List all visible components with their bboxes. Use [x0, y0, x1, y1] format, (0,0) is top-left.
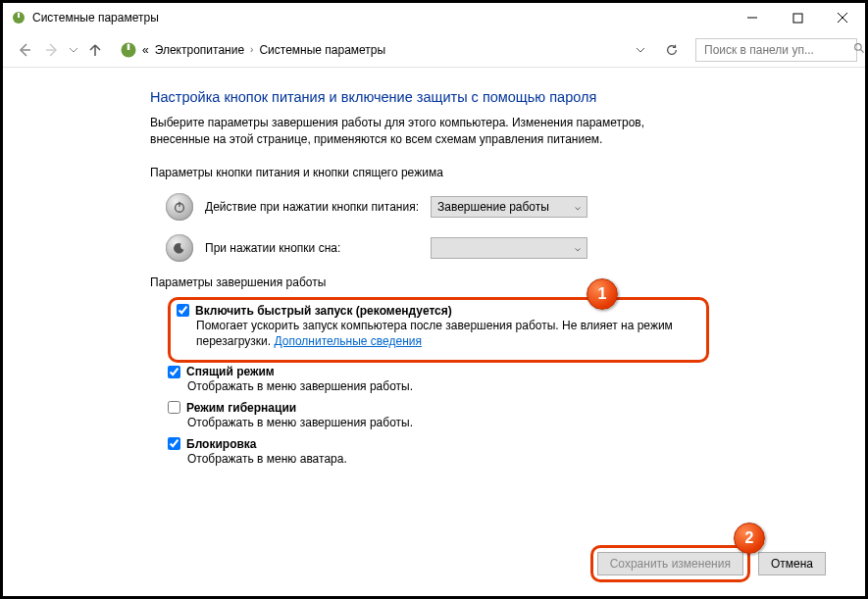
- content-area: Настройка кнопок питания и включение защ…: [3, 68, 709, 468]
- search-box[interactable]: [695, 38, 857, 62]
- svg-point-10: [855, 43, 862, 50]
- chevron-right-icon: ›: [250, 44, 253, 55]
- sleep-option: Спящий режим Отображать в меню завершени…: [168, 365, 709, 395]
- sleep-button-label: При нажатии кнопки сна:: [205, 241, 431, 255]
- sleep-button-icon: [166, 234, 193, 262]
- sleep-button-select[interactable]: ⌵: [431, 237, 587, 259]
- sleep-button-row: При нажатии кнопки сна: ⌵: [166, 234, 709, 262]
- maximize-button[interactable]: [775, 3, 820, 32]
- power-options-icon: [119, 40, 138, 60]
- highlight-box-2: 2 Сохранить изменения: [590, 545, 750, 582]
- breadcrumb-item[interactable]: Системные параметры: [259, 43, 385, 57]
- fast-startup-label: Включить быстрый запуск (рекомендуется): [195, 304, 452, 318]
- nav-up-button[interactable]: [81, 36, 109, 64]
- page-heading: Настройка кнопок питания и включение защ…: [150, 89, 709, 105]
- power-button-select[interactable]: Завершение работы ⌵: [431, 196, 587, 218]
- close-button[interactable]: [820, 3, 865, 32]
- shutdown-options-group: 1 Включить быстрый запуск (рекомендуется…: [168, 297, 709, 468]
- svg-line-11: [860, 49, 863, 52]
- power-options-icon: [11, 10, 26, 25]
- chevron-down-icon: ⌵: [575, 201, 581, 212]
- save-button[interactable]: Сохранить изменения: [597, 552, 743, 575]
- chevron-down-icon: ⌵: [575, 242, 581, 253]
- power-button-icon: [166, 193, 193, 221]
- sleep-desc: Отображать в меню завершения работы.: [187, 378, 709, 395]
- lock-label: Блокировка: [186, 437, 257, 451]
- sleep-checkbox[interactable]: [168, 366, 180, 378]
- minimize-button[interactable]: [730, 3, 775, 32]
- window: Системные параметры « Электропит: [0, 0, 868, 599]
- svg-rect-1: [18, 13, 20, 18]
- section-power-buttons: Параметры кнопки питания и кнопки спящег…: [150, 166, 709, 179]
- section-shutdown: Параметры завершения работы: [150, 275, 709, 289]
- breadcrumb-item[interactable]: Электропитание: [155, 43, 244, 57]
- svg-rect-9: [128, 43, 130, 49]
- sleep-label: Спящий режим: [186, 365, 275, 378]
- lock-option: Блокировка Отображать в меню аватара.: [168, 437, 709, 468]
- nav-recent-dropdown[interactable]: [66, 36, 81, 64]
- nav-forward-button[interactable]: [38, 36, 66, 64]
- power-button-label: Действие при нажатии кнопки питания:: [205, 200, 431, 214]
- cancel-button[interactable]: Отмена: [758, 552, 826, 575]
- search-input[interactable]: [702, 42, 853, 58]
- lock-checkbox[interactable]: [168, 437, 180, 450]
- footer-buttons: 2 Сохранить изменения Отмена: [590, 545, 826, 582]
- breadcrumb[interactable]: « Электропитание › Системные параметры: [142, 43, 627, 57]
- lock-desc: Отображать в меню аватара.: [187, 451, 709, 468]
- breadcrumb-prefix: «: [142, 43, 149, 57]
- page-description: Выберите параметры завершения работы для…: [150, 115, 680, 148]
- svg-rect-3: [793, 14, 802, 23]
- refresh-button[interactable]: [658, 36, 686, 64]
- fast-startup-desc: Помогает ускорить запуск компьютера посл…: [196, 318, 700, 351]
- highlight-box-1: 1 Включить быстрый запуск (рекомендуется…: [168, 297, 709, 364]
- hibernate-option: Режим гибернации Отображать в меню завер…: [168, 401, 709, 431]
- titlebar: Системные параметры: [3, 3, 865, 32]
- navbar: « Электропитание › Системные параметры: [3, 32, 865, 68]
- select-value: Завершение работы: [437, 200, 549, 214]
- power-button-row: Действие при нажатии кнопки питания: Зав…: [166, 193, 709, 221]
- hibernate-label: Режим гибернации: [186, 401, 296, 415]
- annotation-badge-1: 1: [587, 278, 618, 310]
- annotation-badge-2: 2: [734, 523, 765, 554]
- fast-startup-checkbox[interactable]: [177, 304, 189, 317]
- window-title: Системные параметры: [32, 11, 159, 25]
- hibernate-desc: Отображать в меню завершения работы.: [187, 415, 709, 431]
- more-info-link[interactable]: Дополнительные сведения: [274, 334, 421, 348]
- fast-startup-option: Включить быстрый запуск (рекомендуется) …: [177, 304, 700, 351]
- nav-back-button[interactable]: [11, 36, 38, 64]
- search-icon: [853, 42, 866, 58]
- hibernate-checkbox[interactable]: [168, 401, 180, 414]
- breadcrumb-dropdown[interactable]: [627, 36, 654, 64]
